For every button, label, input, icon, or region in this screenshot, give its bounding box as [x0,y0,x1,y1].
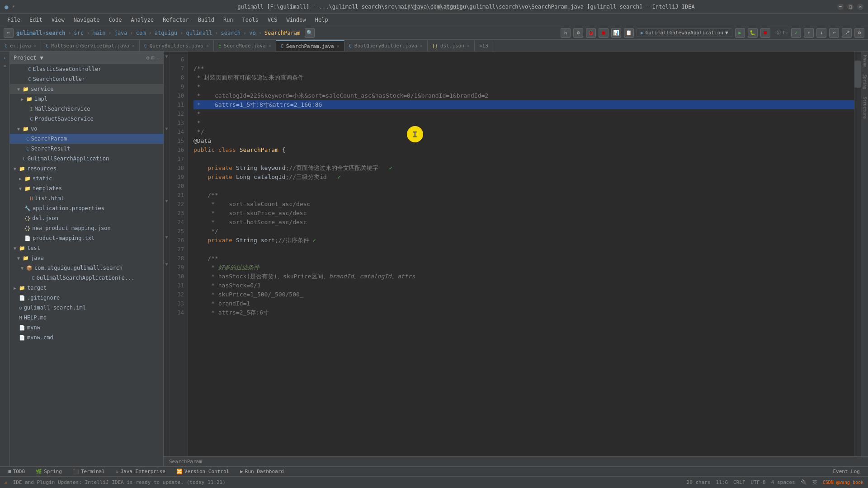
java-enterprise-panel-button[interactable]: ☕ Java Enterprise [111,468,170,475]
menu-window[interactable]: Window [283,15,309,24]
tree-node-app-test[interactable]: C GulimallSearchApplicationTe... [10,273,163,283]
tab-close-sm[interactable]: × [269,43,271,48]
fold-14[interactable]: ▼ [164,124,170,133]
menu-analyze[interactable]: Analyze [127,15,157,24]
debug-button[interactable]: 🐞 [586,28,596,38]
breadcrumb-atguigu[interactable]: atguigu [155,30,178,36]
tab-close-impl[interactable]: × [132,43,135,48]
tree-node-com-pkg[interactable]: ▼ 📦 com.atguigu.gulimall.search [10,263,163,273]
git-revert[interactable]: ↩ [829,28,839,38]
maven-panel[interactable]: Maven [861,52,868,71]
menu-navigate[interactable]: Navigate [70,15,104,24]
git-update[interactable]: ↓ [816,28,826,38]
search-button[interactable]: 🔍 [305,28,315,38]
tree-node-dsl-json[interactable]: {} dsl.json [10,213,163,223]
tree-node-target[interactable]: ▶ 📁 target [10,283,163,293]
tree-node-resources[interactable]: ▼ 📁 resources [10,164,163,174]
tree-node-search-ctrl[interactable]: C SearchController [10,74,163,84]
tree-node-gulimall-iml[interactable]: ⚙ gulimall-search.iml [10,303,163,313]
code-editor[interactable]: /** * 封装页面所有可能传递过来的查询条件 * * catalogId=22… [188,52,854,456]
spring-panel[interactable]: Spring [861,71,868,93]
tree-node-static[interactable]: ▶ 📁 static [10,174,163,183]
tab-close-sp[interactable]: × [337,44,340,49]
minimize-button[interactable]: ─ [837,4,844,10]
tab-query-builders[interactable]: C QueryBuilders.java × [140,40,214,51]
layout-icon[interactable]: ⊞ [151,55,155,61]
event-log-button[interactable]: Event Log [828,468,864,475]
tab-close-bqb[interactable]: × [420,43,423,48]
tree-node-impl[interactable]: ▶ 📁 impl [10,94,163,104]
build-button[interactable]: ⚙ [573,28,583,38]
tree-node-app-props[interactable]: 🔧 application.properties [10,203,163,213]
tree-node-java-test[interactable]: ▼ 📁 java [10,253,163,263]
tree-node-gitignore[interactable]: 📄 .gitignore [10,293,163,303]
todo-panel-button[interactable]: ≡ TODO [4,468,29,475]
gear-icon[interactable]: ⚙ [146,55,149,61]
tab-dsl-json[interactable]: {} dsl.json × [428,40,475,51]
tab-score-mode[interactable]: E ScoreMode.java × [214,40,276,51]
debug-run-button[interactable]: 🐛 [748,28,758,38]
run-button[interactable]: ▶ [735,28,745,38]
menu-run[interactable]: Run [220,15,237,24]
fold-28[interactable]: ▼ [164,259,170,268]
tree-node-prod-map-txt[interactable]: 📄 product-mapping.txt [10,233,163,243]
tree-node-mvnw-cmd[interactable]: 📄 mvnw.cmd [10,333,163,343]
fold-7[interactable]: ▼ [164,52,170,61]
git-branch[interactable]: ⎇ [842,28,852,38]
structure-panel[interactable]: Structure [861,93,868,122]
run-dashboard-button[interactable]: ▶ Run Dashboard [236,468,288,475]
tree-node-product-svc[interactable]: C ProductSaveService [10,114,163,124]
terminal-panel-button[interactable]: ⬛ Terminal [68,468,109,475]
cursor-position[interactable]: 11:6 [716,479,728,485]
version-control-panel-button[interactable]: 🔀 Version Control [172,468,234,475]
tab-close-qb[interactable]: × [206,43,209,48]
spring-panel-button[interactable]: 🌿 Spring [31,468,66,475]
minimap-scrollbar[interactable] [854,52,861,456]
side-icon-1[interactable]: ≡ [3,63,7,69]
menu-edit[interactable]: Edit [26,15,46,24]
tree-node-templates[interactable]: ▼ 📁 templates [10,183,163,193]
encoding[interactable]: UTF-8 [751,479,766,485]
tab-more[interactable]: »13 [475,40,493,51]
tree-node-search-result[interactable]: C SearchResult [10,144,163,154]
fold-25[interactable]: ▼ [164,232,170,241]
menu-help[interactable]: Help [311,15,332,24]
breadcrumb-main[interactable]: main [93,30,106,36]
settings-button[interactable]: ⚙ [854,28,864,38]
menu-view[interactable]: View [48,15,68,24]
fold-21[interactable]: ▼ [164,196,170,205]
tab-mall-search-impl[interactable]: C MallSearchServiceImpl.java × [41,40,139,51]
breadcrumb-com[interactable]: com [136,30,146,36]
indent-settings[interactable]: 4 spaces [771,479,795,485]
tree-node-search-param[interactable]: C SearchParam [10,134,163,144]
input-lang[interactable]: 英 [812,479,817,486]
git-commit[interactable]: ✓ [791,28,801,38]
breadcrumb-src[interactable]: src [74,30,84,36]
tab-bool-query[interactable]: C BoolQueryBuilder.java × [344,40,428,51]
tab-er-java[interactable]: C er.java × [0,40,41,51]
menu-tools[interactable]: Tools [239,15,262,24]
breadcrumb-vo[interactable]: vo [249,30,255,36]
favorites-panel[interactable]: ✦ [2,54,8,62]
tree-node-mvnw[interactable]: 📄 mvnw [10,323,163,333]
breadcrumb-class[interactable]: SearchParam [264,30,300,36]
coverage-button[interactable]: 📋 [624,28,634,38]
tab-close-er[interactable]: × [33,43,36,48]
back-button[interactable]: ← [4,28,14,38]
close-button[interactable]: ✕ [857,4,863,10]
menu-code[interactable]: Code [105,15,126,24]
tree-node-service[interactable]: ▼ 📁 service [10,84,163,94]
tree-node-list-html[interactable]: H list.html [10,193,163,203]
breadcrumb-java[interactable]: java [114,30,127,36]
tree-node-elastic[interactable]: C ElasticSaveController [10,64,163,74]
tree-node-mall-svc[interactable]: I MallSearchService [10,104,163,114]
profile-button[interactable]: 📊 [611,28,621,38]
run-config-selector[interactable]: ▶ GulimallGatewayApplication ▼ [637,28,732,37]
minimize-panel-icon[interactable]: − [156,55,160,61]
line-ending[interactable]: CRLF [733,479,745,485]
tree-node-new-prod-map[interactable]: {} new_product_mapping.json [10,223,163,233]
menu-build[interactable]: Build [194,15,218,24]
breadcrumb-search[interactable]: search [221,30,241,36]
menu-vcs[interactable]: VCS [264,15,281,24]
run-stop-button[interactable]: ■ [599,28,609,38]
